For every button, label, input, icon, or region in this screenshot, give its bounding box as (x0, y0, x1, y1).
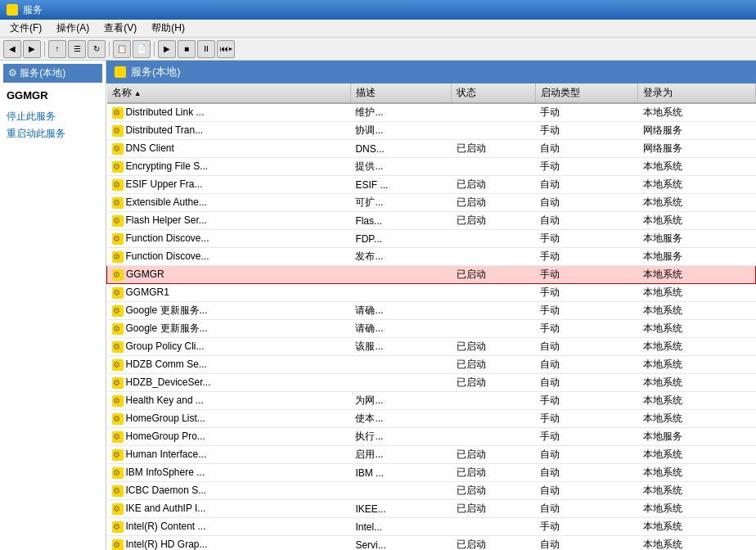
table-row[interactable]: Google 更新服务...请确...手动本地系统 (107, 302, 756, 320)
service-name-cell: DNS Client (107, 140, 351, 158)
table-row[interactable]: Distributed Link ...维护...手动本地系统 (107, 103, 756, 122)
service-icon (112, 161, 124, 173)
table-row[interactable]: Distributed Tran...协调...手动网络服务 (107, 122, 756, 140)
service-name-cell: Distributed Tran... (107, 122, 351, 140)
table-row[interactable]: GGMGR已启动手动本地系统 (107, 266, 756, 284)
table-row[interactable]: ICBC Daemon S...已启动自动本地系统 (107, 482, 756, 500)
toolbar: ◀ ▶ ↑ ☰ ↻ 📋 📄 ▶ ■ ⏸ ⏮▶ (0, 38, 756, 61)
content-area: 服务(本地) 名称 ▲ 描述 状态 启动类型 登录为 (106, 61, 756, 550)
table-row[interactable]: Health Key and ...为网...手动本地系统 (107, 392, 756, 410)
service-icon (112, 251, 124, 263)
service-icon (112, 269, 124, 281)
service-desc-cell (350, 284, 451, 302)
menu-action[interactable]: 操作(A) (50, 20, 96, 37)
service-desc-cell (350, 374, 451, 392)
back-button[interactable]: ◀ (3, 40, 21, 58)
table-row[interactable]: IBM InfoSphere ...IBM ...已启动自动本地系统 (107, 464, 756, 482)
pause-button[interactable]: ⏸ (197, 40, 215, 58)
table-row[interactable]: HomeGroup List...使本...手动本地系统 (107, 410, 756, 428)
service-startup-cell: 手动 (535, 158, 637, 176)
service-name-text: Google 更新服务... (126, 322, 208, 334)
service-desc-cell (350, 356, 451, 374)
service-desc-cell: 为网... (350, 392, 451, 410)
table-row[interactable]: Function Discove...FDP...手动本地服务 (107, 230, 756, 248)
service-icon (112, 485, 124, 497)
app-icon (7, 4, 18, 16)
refresh-button[interactable]: ↻ (88, 40, 106, 58)
toolbar-sep3 (154, 42, 155, 56)
up-button[interactable]: ↑ (48, 40, 66, 58)
sidebar-header-icon: ⚙ (8, 67, 17, 79)
table-row[interactable]: Intel(R) HD Grap...Servi...已启动自动本地系统 (107, 536, 756, 551)
table-row[interactable]: Extensible Authe...可扩...已启动自动本地系统 (107, 194, 756, 212)
col-header-name[interactable]: 名称 ▲ (107, 83, 351, 103)
table-row[interactable]: Group Policy Cli...该服...已启动自动本地系统 (107, 338, 756, 356)
stop-service-action[interactable]: 停止此服务 (3, 108, 102, 125)
service-status-cell (452, 230, 536, 248)
service-icon (112, 359, 124, 371)
service-name-cell: Intel(R) Content ... (107, 518, 351, 536)
forward-button[interactable]: ▶ (23, 40, 41, 58)
sidebar-header-label: 服务(本地) (20, 67, 65, 79)
service-name-cell: Human Interface... (107, 446, 351, 464)
service-icon (112, 377, 124, 389)
service-desc-cell: Flas... (350, 212, 451, 230)
properties2-button[interactable]: 📄 (133, 40, 151, 58)
menu-view[interactable]: 查看(V) (97, 20, 143, 37)
service-login-cell: 本地系统 (638, 338, 756, 356)
table-row[interactable]: Google 更新服务...请确...手动本地系统 (107, 320, 756, 338)
service-name-cell: Distributed Link ... (107, 103, 351, 122)
service-name-text: Health Key and ... (126, 394, 204, 406)
service-login-cell: 本地系统 (638, 464, 756, 482)
service-startup-cell: 手动 (535, 428, 637, 446)
service-desc-cell: 可扩... (350, 194, 451, 212)
service-status-cell (452, 248, 536, 266)
service-icon (112, 395, 124, 407)
table-row[interactable]: Intel(R) Content ...Intel...手动本地系统 (107, 518, 756, 536)
table-row[interactable]: Human Interface...启用...已启动自动本地系统 (107, 446, 756, 464)
service-icon (112, 143, 124, 155)
main-container: ⚙ 服务(本地) GGMGR 停止此服务 重启动此服务 服务(本地) 名称 ▲ (0, 61, 756, 550)
show-hide-button[interactable]: ☰ (68, 40, 86, 58)
service-name-cell: Extensible Authe... (107, 194, 351, 212)
menu-help[interactable]: 帮助(H) (145, 20, 191, 37)
service-name-cell: ICBC Daemon S... (107, 482, 351, 500)
table-row[interactable]: HomeGroup Pro...执行...手动本地服务 (107, 428, 756, 446)
restart-service-action[interactable]: 重启动此服务 (3, 125, 102, 142)
table-row[interactable]: Flash Helper Ser...Flas...已启动自动本地系统 (107, 212, 756, 230)
table-row[interactable]: HDZB Comm Se...已启动自动本地系统 (107, 356, 756, 374)
col-header-login[interactable]: 登录为 (638, 83, 756, 103)
table-row[interactable]: ESIF Upper Fra...ESIF ...已启动自动本地系统 (107, 176, 756, 194)
table-row[interactable]: HDZB_DeviceSer...已启动自动本地系统 (107, 374, 756, 392)
service-startup-cell: 自动 (535, 482, 637, 500)
table-row[interactable]: Function Discove...发布...手动本地服务 (107, 248, 756, 266)
service-name-text: Function Discove... (126, 250, 209, 262)
service-desc-cell: Intel... (350, 518, 451, 536)
menu-file[interactable]: 文件(F) (3, 20, 48, 37)
table-row[interactable]: IKE and AuthIP I...IKEE...已启动自动本地系统 (107, 500, 756, 518)
service-desc-cell: 使本... (350, 410, 451, 428)
sidebar-service-name: GGMGR (3, 86, 102, 108)
col-header-status[interactable]: 状态 (452, 83, 536, 103)
service-status-cell (452, 428, 536, 446)
properties-button[interactable]: 📋 (113, 40, 131, 58)
col-header-startup[interactable]: 启动类型 (535, 83, 637, 103)
start-button[interactable]: ▶ (158, 40, 176, 58)
service-startup-cell: 手动 (535, 284, 637, 302)
service-name-text: Distributed Link ... (126, 106, 205, 118)
col-header-desc[interactable]: 描述 (350, 83, 451, 103)
menu-bar: 文件(F) 操作(A) 查看(V) 帮助(H) (0, 20, 756, 38)
table-row[interactable]: GGMGR1手动本地系统 (107, 284, 756, 302)
restart-button[interactable]: ⏮▶ (217, 40, 235, 58)
service-name-cell: GGMGR (107, 266, 351, 284)
service-status-cell: 已启动 (452, 266, 536, 284)
table-row[interactable]: Encrypting File S...提供...手动本地系统 (107, 158, 756, 176)
table-row[interactable]: DNS ClientDNS...已启动自动网络服务 (107, 140, 756, 158)
stop-button[interactable]: ■ (178, 40, 196, 58)
services-table-container[interactable]: 名称 ▲ 描述 状态 启动类型 登录为 Distributed Link ...… (106, 83, 756, 550)
service-startup-cell: 手动 (535, 302, 637, 320)
service-status-cell (452, 284, 536, 302)
window-title: 服务 (23, 3, 43, 17)
service-login-cell: 本地系统 (638, 212, 756, 230)
service-status-cell: 已启动 (452, 212, 536, 230)
